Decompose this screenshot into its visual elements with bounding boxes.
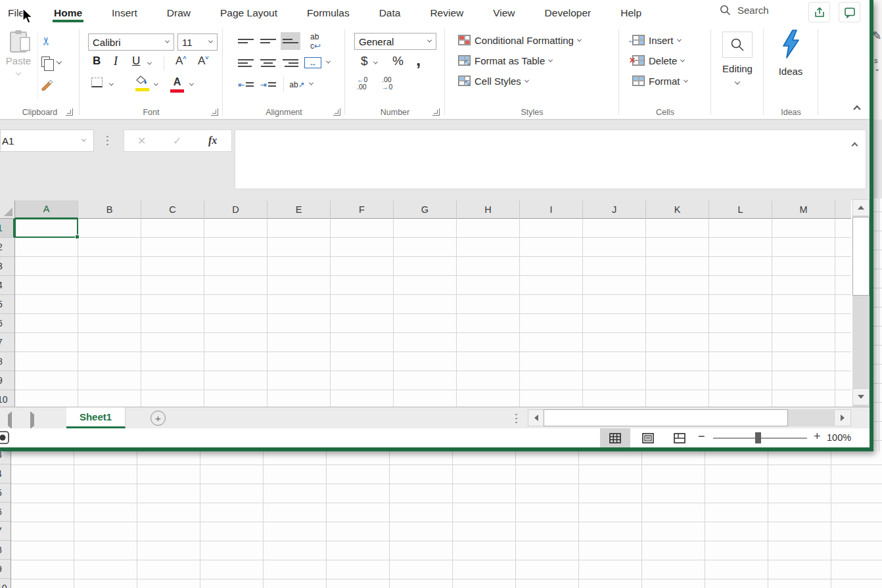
row-header-6[interactable]: 6 (0, 314, 14, 333)
chevron-down-icon[interactable] (109, 81, 114, 86)
insert-cells-button[interactable]: ← Insert (632, 32, 681, 49)
clipboard-dialog-launcher[interactable] (66, 108, 73, 116)
tabbar-splitter[interactable] (515, 413, 517, 424)
row-header-4[interactable]: 4 (0, 276, 14, 295)
italic-button[interactable]: I (114, 55, 118, 68)
chevron-down-icon[interactable] (154, 81, 158, 86)
decrease-decimal-button[interactable]: .00→0 (382, 76, 392, 91)
font-size-select[interactable]: 11 (177, 34, 218, 51)
horizontal-scrollbar[interactable] (528, 409, 851, 426)
sheet-tab-active[interactable]: Sheet1 (66, 407, 126, 428)
zoom-out-button[interactable]: − (698, 430, 705, 443)
normal-view-button[interactable] (600, 428, 630, 447)
orientation-button[interactable]: ab↗ (287, 76, 307, 93)
chevron-down-icon[interactable] (326, 59, 331, 64)
column-header-b[interactable]: B (78, 200, 141, 219)
active-cell-selection[interactable] (14, 218, 78, 238)
align-middle-button[interactable] (258, 32, 278, 50)
percent-button[interactable]: % (392, 54, 404, 68)
row-header-1[interactable]: 1 (0, 219, 14, 238)
conditional-formatting-button[interactable]: Conditional Formatting (458, 32, 581, 49)
align-right-button[interactable] (281, 54, 300, 72)
row-header-10[interactable]: 10 (0, 390, 14, 407)
column-header-j[interactable]: J (583, 200, 646, 219)
column-header-l[interactable]: L (709, 200, 772, 219)
column-header-k[interactable]: K (646, 200, 709, 219)
next-sheet-button[interactable] (30, 415, 34, 426)
cut-button[interactable]: ✂ (39, 36, 53, 45)
column-header-d[interactable]: D (204, 200, 267, 219)
decrease-indent-button[interactable]: ⇤ (236, 76, 256, 93)
ideas-button[interactable]: Ideas (770, 29, 811, 101)
menu-tab-help[interactable]: Help (619, 3, 643, 22)
scroll-right-button[interactable] (834, 409, 851, 426)
borders-button[interactable] (91, 78, 103, 87)
align-left-button[interactable] (236, 54, 256, 72)
chevron-down-icon[interactable] (373, 60, 378, 64)
record-macro-button[interactable] (0, 430, 10, 447)
row-header-9[interactable]: 9 (0, 371, 14, 390)
collapse-ribbon-button[interactable] (854, 102, 865, 110)
new-sheet-button[interactable]: + (151, 411, 166, 426)
column-header-a[interactable]: A (15, 200, 78, 219)
cancel-button[interactable]: ✕ (137, 135, 146, 147)
align-bottom-button[interactable] (281, 32, 300, 50)
previous-sheet-button[interactable] (8, 415, 12, 426)
fill-color-button[interactable] (135, 75, 149, 91)
column-header-h[interactable]: H (457, 200, 520, 219)
wrap-text-button[interactable]: abc↩ (306, 32, 325, 50)
column-header-e[interactable]: E (267, 200, 331, 219)
menu-tab-draw[interactable]: Draw (166, 3, 192, 22)
formula-input[interactable] (235, 129, 866, 189)
align-center-button[interactable] (258, 54, 278, 72)
format-painter-button[interactable] (41, 79, 55, 93)
column-header-c[interactable]: C (141, 200, 204, 219)
vertical-scrollbar[interactable] (852, 200, 870, 407)
format-cells-button[interactable]: Format (632, 72, 687, 89)
font-dialog-launcher[interactable] (211, 108, 218, 116)
chevron-down-icon[interactable] (189, 81, 194, 86)
row-header-8[interactable]: 8 (0, 352, 14, 371)
increase-font-size-button[interactable]: A˄ (175, 55, 183, 68)
underline-button[interactable]: U (132, 55, 140, 68)
currency-button[interactable]: $ (361, 54, 368, 68)
search-box[interactable]: Search (720, 5, 769, 16)
editing-button[interactable]: Editing (716, 30, 758, 104)
chevron-down-icon[interactable] (309, 81, 313, 85)
merge-center-button[interactable]: ↔ (304, 57, 321, 68)
column-header-partial[interactable] (835, 200, 851, 219)
menu-tab-review[interactable]: Review (429, 3, 465, 22)
paste-button[interactable]: Paste (4, 30, 33, 102)
menu-tab-data[interactable]: Data (378, 3, 402, 22)
decrease-font-size-button[interactable]: A˅ (198, 55, 205, 68)
increase-indent-button[interactable]: ⇥ (258, 76, 278, 93)
row-header-3[interactable]: 3 (0, 257, 14, 276)
zoom-in-button[interactable]: + (814, 430, 821, 443)
menu-tab-developer[interactable]: Developer (544, 3, 593, 22)
select-all-button[interactable] (0, 200, 15, 219)
number-dialog-launcher[interactable] (432, 108, 440, 116)
collapse-formula-bar-button[interactable] (852, 139, 857, 150)
scroll-left-button[interactable] (528, 409, 545, 426)
zoom-slider-thumb[interactable] (755, 432, 761, 443)
scroll-down-button[interactable] (852, 388, 870, 405)
column-header-g[interactable]: G (394, 200, 457, 219)
row-header-5[interactable]: 5 (0, 295, 14, 314)
vertical-scrollbar-thumb[interactable] (852, 217, 870, 296)
format-as-table-button[interactable]: ✎ Format as Table (458, 52, 552, 69)
menu-tab-view[interactable]: View (492, 3, 516, 22)
font-name-select[interactable]: Calibri (88, 34, 174, 51)
page-break-preview-button[interactable] (664, 428, 695, 447)
enter-button[interactable]: ✓ (173, 135, 181, 147)
comma-button[interactable]: , (416, 50, 421, 70)
column-header-m[interactable]: M (772, 200, 835, 219)
scroll-up-button[interactable] (852, 199, 870, 216)
menu-tab-insert[interactable]: Insert (110, 3, 139, 22)
copy-button[interactable] (41, 57, 50, 67)
delete-cells-button[interactable]: ✕ Delete (632, 52, 684, 69)
chevron-down-icon[interactable] (147, 60, 152, 65)
name-box-splitter[interactable] (106, 135, 108, 147)
insert-function-button[interactable]: fx (208, 135, 217, 147)
column-header-i[interactable]: I (520, 200, 583, 219)
increase-decimal-button[interactable]: ←0.00 (357, 76, 367, 91)
